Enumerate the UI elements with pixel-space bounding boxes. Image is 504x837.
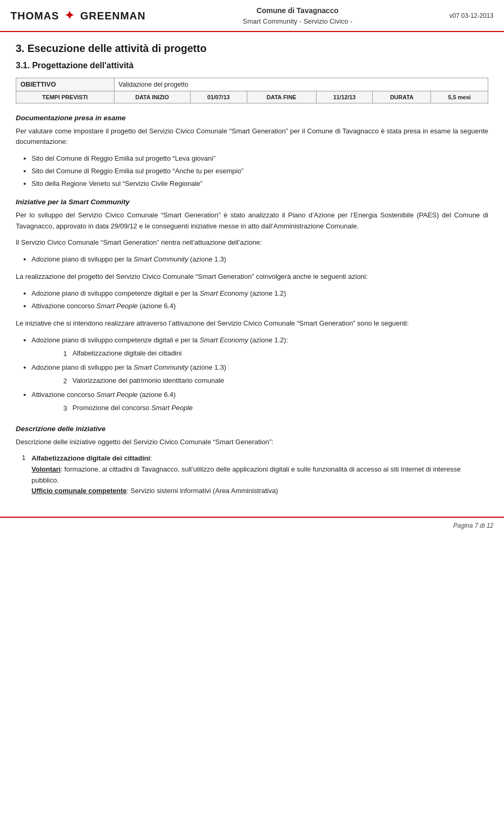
smart-para4: Le iniziative che si intendono realizzar… xyxy=(16,318,488,329)
list-item: Attivazione concorso Smart People (azion… xyxy=(32,300,488,312)
sn-0-end: (azione 1.2): xyxy=(248,336,288,344)
logo-dash: ✦ xyxy=(65,9,75,22)
ufficio-text: Servizio sistemi informativi (Area Ammin… xyxy=(129,487,278,495)
logo-greenman: GREENMAN xyxy=(80,10,146,22)
smart-bullet1-list: Adozione piano di sviluppo per la Smart … xyxy=(32,254,488,265)
sub-text: Promozione del concorso Smart People xyxy=(72,403,193,414)
sub-list: 2 Valorizzazione del patrimonio identita… xyxy=(58,375,488,387)
sn-1-normal: Adozione piano di sviluppo per la xyxy=(32,363,133,371)
sub-list-item: 1 Alfabetizzazione digitale dei cittadin… xyxy=(58,348,488,360)
smart-para2: Il Servizio Civico Comunale “Smart Gener… xyxy=(16,237,488,248)
section-3-title: 3. Esecuzione delle attività di progetto xyxy=(16,43,488,55)
sn-2-end: (azione 6.4) xyxy=(138,391,175,399)
main-content: 3. Esecuzione delle attività di progetto… xyxy=(0,32,504,517)
sub-list: 1 Alfabetizzazione digitale dei cittadin… xyxy=(58,348,488,360)
sn-1-end: (azione 1.3) xyxy=(188,363,226,371)
sn-0-italic: Smart Economy xyxy=(200,336,248,344)
obiettivo-label: OBIETTIVO xyxy=(16,78,114,91)
sub-num: 1 xyxy=(58,348,72,360)
sub-text: Alfabetizzazione digitale dei cittadini xyxy=(72,348,182,359)
smart-b2-1-italic: Smart People xyxy=(97,302,138,310)
list-item: Adozione piano di sviluppo per la Smart … xyxy=(32,362,488,387)
list-item: Sito del Comune di Reggio Emilia sul pro… xyxy=(32,165,488,177)
ufficio-label: Ufficio comunale competente xyxy=(32,487,127,495)
list-item: Adozione piano di sviluppo competenze di… xyxy=(32,288,488,299)
sub-num: 2 xyxy=(58,375,72,387)
list-item: Adozione piano di sviluppo per la Smart … xyxy=(32,254,488,265)
sn-2-normal: Attivazione concorso xyxy=(32,391,97,399)
smart-bullet1-italic: Smart Community xyxy=(133,255,188,263)
descrizione-section-label: Descrizione delle iniziative xyxy=(16,425,488,433)
header-title-line2: Smart Community - Servizio Civico - xyxy=(145,16,449,27)
logo-thomas: THOMAS xyxy=(10,10,59,22)
page-header: THOMAS ✦ GREENMAN Comune di Tavagnacco S… xyxy=(0,0,504,32)
smart-para1: Per lo sviluppo del Servizio Civico Comu… xyxy=(16,210,488,232)
durata-value: 5,5 mesi xyxy=(431,91,488,103)
header-title-line1: Comune di Tavagnacco xyxy=(145,5,449,16)
descrizione-item-1: 1 Alfabetizzazione digitale dei cittadin… xyxy=(16,453,488,497)
smart-bullet1-text: Adozione piano di sviluppo per la xyxy=(32,255,133,263)
obiettivo-value: Validazione del progetto xyxy=(114,78,488,91)
project-table: OBIETTIVO Validazione del progetto TEMPI… xyxy=(16,78,488,103)
sub-text: Valorizzazione del patrimonio identitari… xyxy=(72,375,224,386)
smart-bullets2-list: Adozione piano di sviluppo competenze di… xyxy=(32,288,488,312)
list-item: Attivazione concorso Smart People (azion… xyxy=(32,389,488,414)
volontari-label: Volontari xyxy=(32,465,60,473)
table-row-tempi-header: TEMPI PREVISTI DATA INIZIO 01/07/13 DATA… xyxy=(16,91,488,103)
page-footer: Pagina 7 di 12 xyxy=(0,517,504,533)
company-logo: THOMAS ✦ GREENMAN xyxy=(10,9,145,23)
descrizione-num-text: Alfabetizzazione digitale dei cittadini:… xyxy=(32,453,488,497)
doc-bullet-list: Sito del Comune di Reggio Emilia sul pro… xyxy=(32,153,488,190)
list-item: Sito della Regione Veneto sul “Servizio … xyxy=(32,178,488,190)
descrizione-intro: Descrizione delle iniziative oggetto del… xyxy=(16,437,488,448)
doc-section-label: Documentazione presa in esame xyxy=(16,114,488,122)
data-inizio-header: DATA INIZIO xyxy=(114,91,190,103)
sn-2-italic: Smart People xyxy=(97,391,138,399)
smart-section-label: Iniziative per la Smart Community xyxy=(16,198,488,206)
subsection-31-title: 3.1. Progettazione dell'attività xyxy=(16,61,488,70)
data-fine-value: 11/12/13 xyxy=(316,91,373,103)
sub-list: 3 Promozione del concorso Smart People xyxy=(58,403,488,414)
sn-0-normal: Adozione piano di sviluppo competenze di… xyxy=(32,336,200,344)
data-fine-header: DATA FINE xyxy=(247,91,316,103)
smart-b2-0-end: (azione 1.2) xyxy=(248,289,286,297)
sub-list-item: 2 Valorizzazione del patrimonio identita… xyxy=(58,375,488,387)
durata-header: DURATA xyxy=(373,91,431,103)
data-inizio-value: 01/07/13 xyxy=(191,91,247,103)
descrizione-title-bold: Alfabetizzazione digitale dei cittadini xyxy=(32,454,150,462)
doc-intro-text: Per valutare come impostare il progetto … xyxy=(16,126,488,148)
smart-numbered-list: Adozione piano di sviluppo competenze di… xyxy=(32,334,488,415)
descrizione-title-end: : xyxy=(150,454,152,462)
descrizione-num: 1 xyxy=(16,453,32,462)
list-item: Adozione piano di sviluppo competenze di… xyxy=(32,334,488,360)
descrizione-num-item: 1 Alfabetizzazione digitale dei cittadin… xyxy=(16,453,488,497)
smart-b2-1-end: (azione 6.4) xyxy=(138,302,175,310)
sn-1-italic: Smart Community xyxy=(133,363,188,371)
smart-para3: La realizzazione del progetto del Serviz… xyxy=(16,271,488,283)
page-number: Pagina 7 di 12 xyxy=(453,522,494,529)
tempi-label: TEMPI PREVISTI xyxy=(16,91,114,103)
smart-bullet1-end: (azione 1.3) xyxy=(188,255,226,263)
smart-b2-0-italic: Smart Economy xyxy=(200,289,248,297)
header-center: Comune di Tavagnacco Smart Community - S… xyxy=(145,5,449,27)
smart-b2-1-normal: Attivazione concorso xyxy=(32,302,97,310)
table-row-obiettivo: OBIETTIVO Validazione del progetto xyxy=(16,78,488,91)
sub-num: 3 xyxy=(58,403,72,414)
volontari-text: formazione, ai cittadini di Tavagnacco, … xyxy=(32,465,461,484)
sub-list-item: 3 Promozione del concorso Smart People xyxy=(58,403,488,414)
header-version: v07 03-12-2013 xyxy=(449,12,494,19)
smart-b2-0-normal: Adozione piano di sviluppo competenze di… xyxy=(32,289,200,297)
list-item: Sito del Comune di Reggio Emilia sul pro… xyxy=(32,153,488,164)
